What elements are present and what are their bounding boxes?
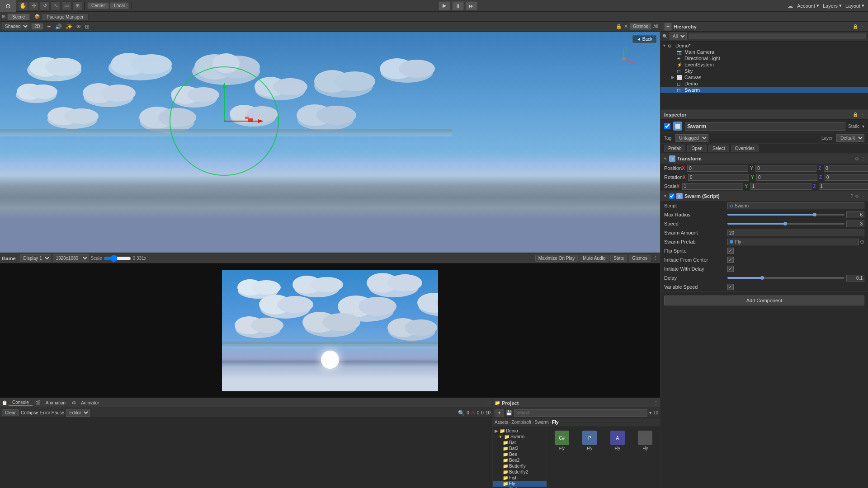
max-radius-slider-handle[interactable] [813, 213, 816, 216]
overrides-tab[interactable]: Overrides [731, 145, 759, 152]
project-icons[interactable]: ⋮ [654, 400, 658, 405]
step-button[interactable]: ⏭ [466, 1, 477, 10]
back-button[interactable]: ◄ Back [632, 35, 656, 43]
object-active-checkbox[interactable] [664, 123, 670, 129]
transform-header[interactable]: ▼ T Transform ⚙ ⋮ [660, 154, 868, 164]
position-z-input[interactable] [824, 165, 868, 172]
shading-mode-select[interactable]: Shaded [2, 23, 29, 30]
file-fly-other[interactable]: ··· Fly [632, 429, 659, 452]
swarm-more-icon[interactable]: ⋮ [861, 194, 865, 199]
swarm-script-header[interactable]: ▼ S Swarm (Script) ? ⚙ ⋮ [660, 191, 868, 201]
rotate-tool[interactable]: ↺ [40, 1, 50, 10]
project-tree-bee[interactable]: 📁 Bee [493, 451, 547, 457]
swarm-enabled-checkbox[interactable] [669, 193, 675, 199]
move-tool[interactable]: ✛ [29, 1, 39, 10]
grid-icon[interactable]: ⊞ [84, 23, 91, 30]
swarm-settings-icon[interactable]: ⚙ [855, 194, 859, 199]
rotation-x-input[interactable] [688, 174, 749, 181]
transform-settings-icon[interactable]: ⚙ [855, 156, 859, 161]
animator-tab[interactable]: Animator [77, 400, 103, 406]
swarm-amount-input[interactable] [727, 230, 864, 236]
hidden-icon[interactable]: 👁 [75, 23, 83, 30]
inspector-more-icon[interactable]: ⋮ [860, 112, 864, 117]
resolution-select[interactable]: 868x488 [53, 254, 89, 262]
hierarchy-add-button[interactable]: + [664, 23, 672, 31]
clear-button[interactable]: Clear [2, 409, 19, 416]
project-tree-butterfly2[interactable]: 📁 Butterfly2 [493, 469, 547, 475]
project-tree-butterfly[interactable]: 📁 Butterfly [493, 463, 547, 469]
scene-tab[interactable]: Scene [7, 14, 30, 20]
script-value-container[interactable]: ⊙ Swarm [727, 202, 864, 209]
play-button[interactable]: ▶ [439, 1, 450, 10]
filter-icon[interactable]: ▾ [649, 410, 651, 415]
project-tree-swarm[interactable]: ▼ 📁 Swarm [493, 434, 547, 440]
tree-item-demo-star[interactable]: ▼ ⊙ Demo* [660, 42, 868, 49]
add-component-button[interactable]: Add Component [664, 296, 864, 305]
game-more-icon[interactable]: ⋮ [653, 255, 658, 261]
scale-slider[interactable] [104, 256, 131, 261]
initiate-from-center-checkbox[interactable]: ✓ [727, 257, 734, 263]
hierarchy-all-select[interactable]: All [670, 33, 687, 40]
pause-button[interactable]: ⏸ [452, 1, 464, 10]
file-fly-anim[interactable]: A Fly [604, 429, 631, 452]
delay-slider-handle[interactable] [760, 276, 764, 280]
mute-audio-button[interactable]: Mute Audio [580, 255, 609, 262]
hierarchy-lock-icon[interactable]: 🔒 [853, 24, 858, 29]
package-manager-tab[interactable]: Package Manager [42, 14, 88, 20]
maximize-on-play-button[interactable]: Maximize On Play [535, 255, 578, 262]
breadcrumb-assets[interactable]: Assets [495, 420, 508, 425]
scene-more-icon[interactable]: ✕ [624, 23, 628, 29]
initiate-with-delay-checkbox[interactable]: ✓ [727, 266, 734, 272]
static-dropdown[interactable]: ▾ [862, 124, 864, 129]
scale-y-input[interactable] [750, 183, 811, 190]
save-icon[interactable]: 💾 [506, 410, 512, 416]
pivot-center-button[interactable]: Center [87, 2, 109, 9]
tree-item-demo[interactable]: ◻ Demo [660, 80, 868, 87]
console-search-icon[interactable]: 🔍 [458, 410, 465, 416]
speed-slider-track[interactable] [727, 223, 844, 225]
project-tree-bat[interactable]: 📁 Bat [493, 440, 547, 446]
rotation-z-input[interactable] [825, 174, 868, 181]
cloud-icon[interactable]: ☁ [787, 2, 793, 9]
project-tree-fly[interactable]: 📁 Fly [493, 481, 547, 487]
space-local-button[interactable]: Local [110, 2, 129, 9]
animation-tab[interactable]: Animation [42, 400, 69, 406]
2d-mode-button[interactable]: 2D [31, 23, 43, 30]
display-select[interactable]: Display 1 [20, 254, 51, 262]
swarm-prefab-field[interactable]: Fly [727, 239, 859, 245]
max-radius-slider-track[interactable] [727, 214, 844, 216]
scale-x-input[interactable] [682, 183, 743, 190]
lighting-icon[interactable]: ☀ [45, 23, 53, 30]
tree-item-event-system[interactable]: ⚡ EventSystem [660, 61, 868, 68]
tag-select[interactable]: Untagged [675, 134, 708, 142]
console-more-icon[interactable]: ⋮ [486, 400, 491, 406]
tree-item-directional-light[interactable]: ☀ Directional Light [660, 55, 868, 61]
rotation-y-input[interactable] [756, 174, 817, 181]
position-y-input[interactable] [755, 165, 816, 172]
collapse-label[interactable]: Collapse [21, 410, 38, 415]
breadcrumb-zombisoft[interactable]: Zombisoft [511, 420, 531, 425]
scene-canvas[interactable]: Y X ◄ Back [0, 32, 660, 253]
game-gizmos-button[interactable]: Gizmos [629, 255, 651, 262]
swarm-help-icon[interactable]: ? [850, 194, 853, 199]
select-tab[interactable]: Select [708, 145, 729, 152]
swarm-prefab-select-icon[interactable]: ⊙ [860, 239, 864, 245]
all-tool[interactable]: ⊞ [72, 1, 82, 10]
project-search-input[interactable] [514, 409, 647, 417]
rect-tool[interactable]: ▭ [61, 1, 71, 10]
open-tab[interactable]: Open [687, 145, 706, 152]
project-tree-bee2[interactable]: 📁 Bee2 [493, 457, 547, 463]
scene-lock-icon[interactable]: 🔒 [616, 23, 622, 29]
flip-sprite-checkbox[interactable]: ✓ [727, 248, 734, 254]
account-dropdown[interactable]: Account ▾ [797, 3, 819, 9]
scale-z-input[interactable] [819, 183, 868, 190]
stats-button[interactable]: Stats [610, 255, 627, 262]
file-fly-prefab[interactable]: P Fly [577, 429, 603, 452]
variable-speed-checkbox[interactable]: ✓ [727, 284, 734, 290]
max-radius-value[interactable] [846, 211, 864, 218]
hierarchy-more-icon[interactable]: ⋮ [860, 24, 864, 29]
vfx-icon[interactable]: ✨ [64, 23, 74, 30]
layout-dropdown[interactable]: Layout ▾ [845, 3, 864, 9]
layer-select[interactable]: Default [836, 134, 864, 142]
project-tree-demo[interactable]: ▶ 📁 Demo [493, 428, 547, 434]
